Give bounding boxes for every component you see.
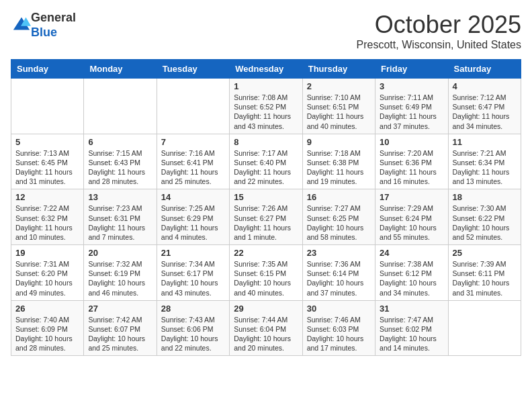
day-info: Sunrise: 7:16 AM Sunset: 6:41 PM Dayligh… <box>161 148 225 187</box>
day-number: 12 <box>15 192 79 202</box>
day-cell <box>448 300 521 356</box>
day-cell: 4Sunrise: 7:12 AM Sunset: 6:47 PM Daylig… <box>448 79 521 134</box>
day-number: 6 <box>88 137 152 147</box>
day-cell: 28Sunrise: 7:43 AM Sunset: 6:06 PM Dayli… <box>157 300 229 356</box>
day-number: 7 <box>161 137 225 147</box>
header-saturday: Saturday <box>448 60 521 79</box>
day-cell: 21Sunrise: 7:34 AM Sunset: 6:17 PM Dayli… <box>157 245 229 301</box>
week-row-5: 26Sunrise: 7:40 AM Sunset: 6:09 PM Dayli… <box>11 300 521 356</box>
day-cell: 25Sunrise: 7:39 AM Sunset: 6:11 PM Dayli… <box>448 245 521 301</box>
day-info: Sunrise: 7:32 AM Sunset: 6:19 PM Dayligh… <box>88 259 152 298</box>
day-number: 4 <box>453 81 517 91</box>
day-cell: 13Sunrise: 7:23 AM Sunset: 6:31 PM Dayli… <box>84 189 157 245</box>
day-info: Sunrise: 7:46 AM Sunset: 6:03 PM Dayligh… <box>307 315 371 353</box>
page-header: General Blue October 2025 Prescott, Wisc… <box>11 11 521 51</box>
header-monday: Monday <box>84 60 157 79</box>
day-info: Sunrise: 7:29 AM Sunset: 6:24 PM Dayligh… <box>380 203 443 242</box>
day-number: 8 <box>234 137 298 147</box>
day-number: 1 <box>234 81 298 91</box>
month-title: October 2025 <box>357 11 521 39</box>
day-info: Sunrise: 7:11 AM Sunset: 6:49 PM Dayligh… <box>380 93 443 131</box>
day-cell: 16Sunrise: 7:27 AM Sunset: 6:25 PM Dayli… <box>302 189 375 245</box>
day-cell: 6Sunrise: 7:15 AM Sunset: 6:43 PM Daylig… <box>84 134 157 189</box>
day-number: 2 <box>307 81 371 91</box>
day-info: Sunrise: 7:08 AM Sunset: 6:52 PM Dayligh… <box>234 93 298 131</box>
day-info: Sunrise: 7:17 AM Sunset: 6:40 PM Dayligh… <box>234 148 298 187</box>
day-cell: 8Sunrise: 7:17 AM Sunset: 6:40 PM Daylig… <box>230 134 302 189</box>
week-row-3: 12Sunrise: 7:22 AM Sunset: 6:32 PM Dayli… <box>11 189 521 245</box>
day-number: 31 <box>380 304 443 314</box>
day-info: Sunrise: 7:35 AM Sunset: 6:15 PM Dayligh… <box>234 259 298 298</box>
day-number: 28 <box>161 304 225 314</box>
day-info: Sunrise: 7:27 AM Sunset: 6:25 PM Dayligh… <box>307 203 371 242</box>
day-number: 11 <box>453 137 517 147</box>
day-number: 18 <box>453 192 517 202</box>
day-cell: 18Sunrise: 7:30 AM Sunset: 6:22 PM Dayli… <box>448 189 521 245</box>
day-info: Sunrise: 7:25 AM Sunset: 6:29 PM Dayligh… <box>161 203 225 242</box>
day-info: Sunrise: 7:26 AM Sunset: 6:27 PM Dayligh… <box>234 203 298 242</box>
logo: General Blue <box>11 11 76 40</box>
day-info: Sunrise: 7:20 AM Sunset: 6:36 PM Dayligh… <box>380 148 443 187</box>
day-cell: 30Sunrise: 7:46 AM Sunset: 6:03 PM Dayli… <box>302 300 375 356</box>
header-friday: Friday <box>375 60 448 79</box>
day-cell: 22Sunrise: 7:35 AM Sunset: 6:15 PM Dayli… <box>230 245 302 301</box>
header-sunday: Sunday <box>11 60 84 79</box>
day-info: Sunrise: 7:40 AM Sunset: 6:09 PM Dayligh… <box>15 315 79 353</box>
day-number: 25 <box>453 248 517 258</box>
day-number: 22 <box>234 248 298 258</box>
day-cell: 14Sunrise: 7:25 AM Sunset: 6:29 PM Dayli… <box>157 189 229 245</box>
day-number: 20 <box>88 248 152 258</box>
day-cell: 3Sunrise: 7:11 AM Sunset: 6:49 PM Daylig… <box>375 79 448 134</box>
day-cell: 19Sunrise: 7:31 AM Sunset: 6:20 PM Dayli… <box>11 245 84 301</box>
day-info: Sunrise: 7:30 AM Sunset: 6:22 PM Dayligh… <box>453 203 517 242</box>
day-number: 29 <box>234 304 298 314</box>
logo-text: General Blue <box>31 11 76 40</box>
day-cell: 2Sunrise: 7:10 AM Sunset: 6:51 PM Daylig… <box>302 79 375 134</box>
day-number: 16 <box>307 192 371 202</box>
day-cell: 17Sunrise: 7:29 AM Sunset: 6:24 PM Dayli… <box>375 189 448 245</box>
day-info: Sunrise: 7:15 AM Sunset: 6:43 PM Dayligh… <box>88 148 152 187</box>
day-info: Sunrise: 7:43 AM Sunset: 6:06 PM Dayligh… <box>161 315 225 353</box>
day-cell: 1Sunrise: 7:08 AM Sunset: 6:52 PM Daylig… <box>230 79 302 134</box>
day-info: Sunrise: 7:36 AM Sunset: 6:14 PM Dayligh… <box>307 259 371 298</box>
day-number: 9 <box>307 137 371 147</box>
day-info: Sunrise: 7:39 AM Sunset: 6:11 PM Dayligh… <box>453 259 517 298</box>
day-cell: 23Sunrise: 7:36 AM Sunset: 6:14 PM Dayli… <box>302 245 375 301</box>
day-cell: 5Sunrise: 7:13 AM Sunset: 6:45 PM Daylig… <box>11 134 84 189</box>
day-number: 17 <box>380 192 443 202</box>
week-row-2: 5Sunrise: 7:13 AM Sunset: 6:45 PM Daylig… <box>11 134 521 189</box>
day-number: 13 <box>88 192 152 202</box>
day-cell: 12Sunrise: 7:22 AM Sunset: 6:32 PM Dayli… <box>11 189 84 245</box>
header-wednesday: Wednesday <box>230 60 302 79</box>
day-cell <box>11 79 84 134</box>
day-info: Sunrise: 7:23 AM Sunset: 6:31 PM Dayligh… <box>88 203 152 242</box>
day-info: Sunrise: 7:12 AM Sunset: 6:47 PM Dayligh… <box>453 93 517 131</box>
day-cell: 27Sunrise: 7:42 AM Sunset: 6:07 PM Dayli… <box>84 300 157 356</box>
week-row-1: 1Sunrise: 7:08 AM Sunset: 6:52 PM Daylig… <box>11 79 521 134</box>
day-cell: 29Sunrise: 7:44 AM Sunset: 6:04 PM Dayli… <box>230 300 302 356</box>
day-number: 24 <box>380 248 443 258</box>
logo-icon <box>12 15 31 34</box>
day-number: 27 <box>88 304 152 314</box>
day-number: 26 <box>15 304 79 314</box>
day-number: 10 <box>380 137 443 147</box>
day-number: 15 <box>234 192 298 202</box>
location: Prescott, Wisconsin, United States <box>357 39 521 51</box>
day-number: 23 <box>307 248 371 258</box>
day-number: 21 <box>161 248 225 258</box>
day-info: Sunrise: 7:10 AM Sunset: 6:51 PM Dayligh… <box>307 93 371 131</box>
week-row-4: 19Sunrise: 7:31 AM Sunset: 6:20 PM Dayli… <box>11 245 521 301</box>
day-info: Sunrise: 7:42 AM Sunset: 6:07 PM Dayligh… <box>88 315 152 353</box>
header-thursday: Thursday <box>302 60 375 79</box>
calendar-header-row: SundayMondayTuesdayWednesdayThursdayFrid… <box>11 60 521 79</box>
day-info: Sunrise: 7:18 AM Sunset: 6:38 PM Dayligh… <box>307 148 371 187</box>
day-cell <box>84 79 157 134</box>
day-cell: 7Sunrise: 7:16 AM Sunset: 6:41 PM Daylig… <box>157 134 229 189</box>
day-info: Sunrise: 7:21 AM Sunset: 6:34 PM Dayligh… <box>453 148 517 187</box>
day-info: Sunrise: 7:13 AM Sunset: 6:45 PM Dayligh… <box>15 148 79 187</box>
day-cell: 24Sunrise: 7:38 AM Sunset: 6:12 PM Dayli… <box>375 245 448 301</box>
day-number: 19 <box>15 248 79 258</box>
day-cell: 15Sunrise: 7:26 AM Sunset: 6:27 PM Dayli… <box>230 189 302 245</box>
day-number: 5 <box>15 137 79 147</box>
calendar-table: SundayMondayTuesdayWednesdayThursdayFrid… <box>11 59 521 356</box>
